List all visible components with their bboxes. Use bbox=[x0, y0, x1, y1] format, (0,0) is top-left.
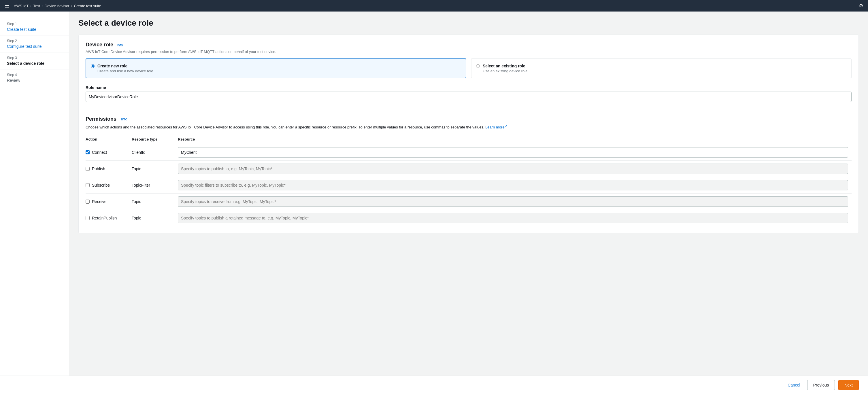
external-link-icon: ↗ bbox=[505, 124, 507, 128]
sidebar-step-1: Step 1 Create test suite bbox=[0, 19, 69, 35]
retain-publish-resource-input[interactable] bbox=[178, 213, 848, 223]
action-receive-cell: Receive bbox=[86, 193, 132, 210]
top-navigation: ☰ AWS IoT › Test › Device Advisor › Crea… bbox=[0, 0, 868, 11]
breadcrumb-sep-2: › bbox=[42, 4, 43, 7]
role-name-input[interactable] bbox=[86, 92, 851, 102]
step-1-label: Step 1 bbox=[7, 22, 62, 26]
table-row: RetainPublish Topic bbox=[86, 210, 851, 226]
permissions-table-body: Connect ClientId bbox=[86, 144, 851, 226]
table-row: Receive Topic bbox=[86, 193, 851, 210]
table-row: Publish Topic bbox=[86, 160, 851, 177]
breadcrumb: AWS IoT › Test › Device Advisor › Create… bbox=[14, 4, 101, 8]
main-content: Select a device role Device role Info AW… bbox=[69, 11, 868, 394]
connect-resource-type: ClientId bbox=[132, 144, 178, 161]
subscribe-checkbox[interactable] bbox=[86, 183, 90, 187]
breadcrumb-sep-3: › bbox=[71, 4, 72, 7]
create-new-role-content: Create new role Create and use a new dev… bbox=[97, 64, 153, 73]
page-title: Select a device role bbox=[79, 19, 859, 28]
create-new-role-radio[interactable] bbox=[91, 64, 95, 68]
permissions-section: Permissions Info Choose which actions an… bbox=[86, 116, 851, 226]
subscribe-label: Subscribe bbox=[92, 183, 110, 188]
next-button[interactable]: Next bbox=[838, 380, 859, 390]
sidebar-step-4: Step 4 Review bbox=[0, 69, 69, 86]
step-2-label: Step 2 bbox=[7, 39, 62, 43]
permissions-description: Choose which actions and the associated … bbox=[86, 124, 851, 130]
select-existing-role-desc: Use an existing device role bbox=[483, 69, 527, 73]
device-role-description: AWS IoT Core Device Advisor requires per… bbox=[86, 50, 851, 54]
permissions-info-link[interactable]: Info bbox=[121, 117, 127, 121]
permissions-table: Action Resource type Resource Connect bbox=[86, 135, 851, 226]
connect-label: Connect bbox=[92, 150, 107, 155]
learn-more-link[interactable]: Learn more↗ bbox=[485, 125, 507, 129]
footer: Cancel Previous Next bbox=[0, 375, 868, 394]
action-subscribe-cell: Subscribe bbox=[86, 177, 132, 193]
create-new-role-option[interactable]: Create new role Create and use a new dev… bbox=[86, 59, 466, 78]
step-4-label: Step 4 bbox=[7, 73, 62, 77]
device-role-title: Device role bbox=[86, 42, 113, 47]
select-existing-role-option[interactable]: Select an existing role Use an existing … bbox=[471, 59, 851, 78]
action-retain-publish-cell: RetainPublish bbox=[86, 210, 132, 226]
sidebar: Step 1 Create test suite Step 2 Configur… bbox=[0, 11, 69, 394]
retain-publish-resource-cell bbox=[178, 210, 851, 226]
select-existing-role-radio[interactable] bbox=[476, 64, 480, 68]
publish-resource-type: Topic bbox=[132, 160, 178, 177]
retain-publish-resource-type: Topic bbox=[132, 210, 178, 226]
table-row: Subscribe TopicFilter bbox=[86, 177, 851, 193]
permissions-title: Permissions bbox=[86, 116, 117, 122]
connect-resource-cell bbox=[178, 144, 851, 161]
col-action: Action bbox=[86, 135, 132, 144]
sidebar-step-1-link[interactable]: Create test suite bbox=[7, 27, 36, 32]
cancel-button[interactable]: Cancel bbox=[784, 380, 804, 390]
select-existing-role-content: Select an existing role Use an existing … bbox=[483, 64, 527, 73]
col-resource-type: Resource type bbox=[132, 135, 178, 144]
retain-publish-label: RetainPublish bbox=[92, 216, 117, 220]
receive-resource-cell bbox=[178, 193, 851, 210]
previous-button[interactable]: Previous bbox=[807, 380, 835, 390]
step-3-label: Step 3 bbox=[7, 56, 62, 60]
breadcrumb-sep-1: › bbox=[31, 4, 32, 7]
hamburger-menu-icon[interactable]: ☰ bbox=[5, 3, 9, 9]
publish-resource-cell bbox=[178, 160, 851, 177]
publish-label: Publish bbox=[92, 166, 105, 171]
subscribe-resource-cell bbox=[178, 177, 851, 193]
table-row: Connect ClientId bbox=[86, 144, 851, 161]
receive-resource-type: Topic bbox=[132, 193, 178, 210]
sidebar-step-3: Step 3 Select a device role bbox=[0, 53, 69, 69]
connect-resource-input[interactable] bbox=[178, 147, 848, 158]
publish-resource-input[interactable] bbox=[178, 164, 848, 174]
connect-checkbox[interactable] bbox=[86, 150, 90, 154]
permissions-header: Permissions Info bbox=[86, 116, 851, 122]
subscribe-resource-input[interactable] bbox=[178, 180, 848, 190]
action-publish-cell: Publish bbox=[86, 160, 132, 177]
breadcrumb-device-advisor[interactable]: Device Advisor bbox=[45, 4, 69, 8]
receive-checkbox[interactable] bbox=[86, 200, 90, 204]
device-role-info-link[interactable]: Info bbox=[117, 43, 123, 47]
publish-checkbox[interactable] bbox=[86, 167, 90, 171]
role-options-container: Create new role Create and use a new dev… bbox=[86, 59, 851, 78]
subscribe-resource-type: TopicFilter bbox=[132, 177, 178, 193]
settings-icon[interactable]: ⚙ bbox=[859, 3, 863, 9]
create-new-role-title: Create new role bbox=[97, 64, 153, 68]
permissions-table-header: Action Resource type Resource bbox=[86, 135, 851, 144]
sidebar-step-2-link[interactable]: Configure test suite bbox=[7, 44, 42, 49]
select-existing-role-title: Select an existing role bbox=[483, 64, 527, 68]
sidebar-step-4-inactive: Review bbox=[7, 78, 20, 83]
sidebar-step-2: Step 2 Configure test suite bbox=[0, 35, 69, 53]
action-connect-cell: Connect bbox=[86, 144, 132, 161]
breadcrumb-test[interactable]: Test bbox=[33, 4, 40, 8]
breadcrumb-aws-iot[interactable]: AWS IoT bbox=[14, 4, 29, 8]
retain-publish-checkbox[interactable] bbox=[86, 216, 90, 220]
create-new-role-desc: Create and use a new device role bbox=[97, 69, 153, 73]
receive-resource-input[interactable] bbox=[178, 196, 848, 207]
breadcrumb-current: Create test suite bbox=[74, 4, 101, 8]
role-name-label: Role name bbox=[86, 85, 851, 90]
role-name-group: Role name bbox=[86, 85, 851, 102]
device-role-card: Device role Info AWS IoT Core Device Adv… bbox=[79, 35, 859, 233]
col-resource: Resource bbox=[178, 135, 851, 144]
app-layout: Step 1 Create test suite Step 2 Configur… bbox=[0, 11, 868, 394]
sidebar-step-3-current: Select a device role bbox=[7, 61, 44, 66]
device-role-section-header: Device role Info bbox=[86, 42, 851, 48]
receive-label: Receive bbox=[92, 199, 106, 204]
